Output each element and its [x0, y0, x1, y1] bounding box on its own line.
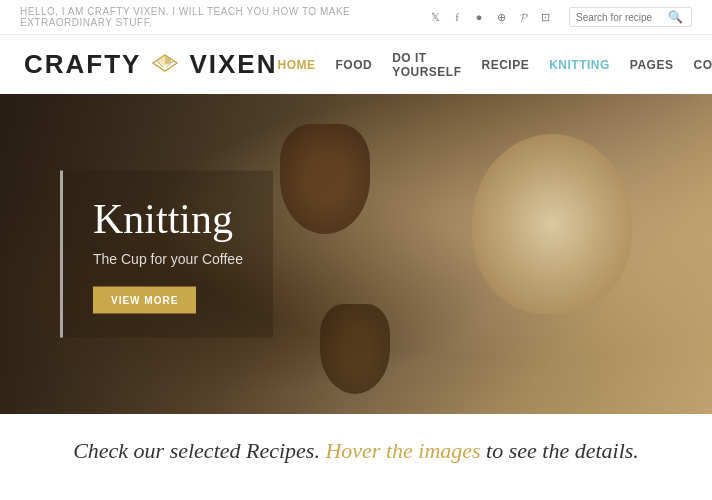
facebook-icon[interactable]: f [449, 9, 465, 25]
rss-icon[interactable]: ● [471, 9, 487, 25]
social-icons: 𝕏 f ● ⊕ 𝓟 ⊡ [427, 9, 553, 25]
header: CRAFTY VIXEN HOME FOOD DO IT YOURSELF RE… [0, 35, 712, 94]
logo-vixen: VIXEN [189, 49, 277, 80]
nav-food[interactable]: FOOD [335, 58, 372, 72]
nav-pages[interactable]: PAGES [630, 58, 674, 72]
tagline-part3: to see the details. [486, 438, 639, 463]
logo-icon [149, 53, 181, 77]
search-bar[interactable]: 🔍 [569, 7, 692, 27]
nav-home[interactable]: HOME [277, 58, 315, 72]
tagline: Check our selected Recipes. Hover the im… [20, 438, 692, 464]
twitter-icon[interactable]: 𝕏 [427, 9, 443, 25]
nav-knitting[interactable]: KNITTING [549, 58, 610, 72]
pinterest-icon[interactable]: 𝓟 [515, 9, 531, 25]
decoration-cup [472, 134, 632, 314]
decoration-pinecone-1 [280, 124, 370, 234]
logo-crafty: CRAFTY [24, 49, 141, 80]
search-input[interactable] [576, 12, 666, 23]
hero-subtitle: The Cup for your Coffee [93, 251, 243, 267]
nav-diy[interactable]: DO IT YOURSELF [392, 51, 461, 79]
instagram-icon[interactable]: ⊡ [537, 9, 553, 25]
tagline-part2: Hover the images [325, 438, 480, 463]
intro-text: Hello, I am Crafty Vixen. I will teach y… [20, 6, 427, 28]
dribbble-icon[interactable]: ⊕ [493, 9, 509, 25]
main-nav: HOME FOOD DO IT YOURSELF RECIPE KNITTING… [277, 51, 712, 79]
decoration-pinecone-2 [320, 304, 390, 394]
tagline-section: Check our selected Recipes. Hover the im… [0, 414, 712, 488]
top-bar-right: 𝕏 f ● ⊕ 𝓟 ⊡ 🔍 [427, 7, 692, 27]
nav-contact[interactable]: CONTACT [693, 58, 712, 72]
hero-title: Knitting [93, 195, 243, 243]
nav-recipe[interactable]: RECIPE [481, 58, 529, 72]
search-button[interactable]: 🔍 [666, 10, 685, 24]
tagline-part1: Check our selected Recipes. [73, 438, 320, 463]
hero-content: Knitting The Cup for your Coffee VIEW MO… [60, 171, 273, 338]
hero-cta-button[interactable]: VIEW MORE [93, 287, 196, 314]
logo: CRAFTY VIXEN [24, 49, 277, 80]
hero-section: Knitting The Cup for your Coffee VIEW MO… [0, 94, 712, 414]
top-bar: Hello, I am Crafty Vixen. I will teach y… [0, 0, 712, 35]
